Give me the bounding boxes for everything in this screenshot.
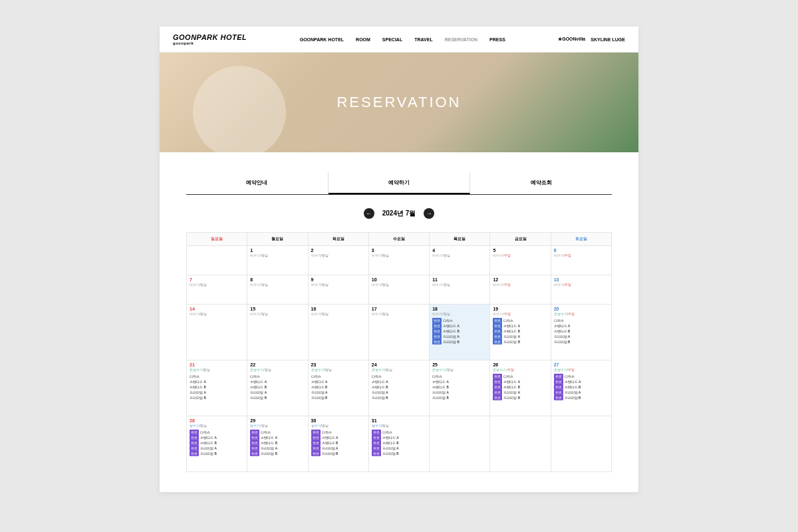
room-item[interactable]: 완료프리미엄 A bbox=[250, 446, 305, 451]
calendar-cell[interactable]: 18비수기/평일완료디럭스완료스탠다드 A완료스탠다드 B완료프리미엄 A완료프… bbox=[430, 305, 490, 360]
tab-0[interactable]: 예약안내 bbox=[186, 172, 329, 194]
room-item[interactable]: 완료스탠다드 B bbox=[190, 440, 244, 446]
room-item[interactable]: 프리미엄 A bbox=[250, 390, 305, 395]
room-item[interactable]: 스탠다드 B bbox=[554, 329, 608, 334]
room-item[interactable]: 완료스탠다드 B bbox=[493, 329, 547, 334]
room-item[interactable]: 완료프리미엄 A bbox=[372, 446, 426, 451]
calendar-cell[interactable]: 10비수기/평일 bbox=[368, 275, 429, 305]
room-item[interactable]: 완료프리미엄 B bbox=[493, 339, 547, 344]
calendar-cell[interactable]: 2비수기/평일 bbox=[308, 246, 368, 275]
room-item[interactable]: 완료프리미엄 B bbox=[554, 395, 608, 400]
room-item[interactable]: 완료프리미엄 A bbox=[493, 334, 547, 339]
calendar-cell[interactable]: 17비수기/평일 bbox=[368, 305, 429, 360]
tab-1[interactable]: 예약하기 bbox=[329, 172, 471, 194]
nav-goonpark-hotel[interactable]: GOONPARK HOTEL bbox=[300, 37, 344, 42]
room-item[interactable]: 완료디럭스 bbox=[372, 430, 426, 435]
nav-room[interactable]: ROOM bbox=[356, 37, 370, 42]
calendar-cell[interactable]: 11비수기/평일 bbox=[430, 275, 490, 305]
room-item[interactable]: 프리미엄 A bbox=[432, 390, 487, 395]
room-item[interactable]: 프리미엄 B bbox=[554, 339, 608, 344]
room-item[interactable]: 완료프리미엄 B bbox=[432, 339, 487, 344]
room-item[interactable]: 디럭스 bbox=[311, 374, 366, 379]
calendar-cell[interactable]: 12비수기/주말 bbox=[490, 275, 551, 305]
room-item[interactable]: 완료프리미엄 B bbox=[250, 451, 305, 456]
room-item[interactable]: 완료스탠다드 B bbox=[311, 440, 366, 446]
calendar-cell[interactable]: 22준성수기/평일디럭스스탠다드 A스탠다드 B프리미엄 A프리미엄 B bbox=[247, 360, 308, 416]
room-item[interactable]: 스탠다드 B bbox=[250, 384, 305, 390]
calendar-cell[interactable]: 9비수기/평일 bbox=[308, 275, 368, 305]
room-item[interactable]: 스탠다드 A bbox=[432, 379, 487, 384]
next-month-button[interactable]: → bbox=[424, 208, 434, 219]
room-item[interactable]: 완료프리미엄 B bbox=[311, 451, 366, 456]
calendar-cell[interactable]: 23준성수기/평일디럭스스탠다드 A스탠다드 B프리미엄 A프리미엄 B bbox=[308, 360, 368, 416]
nav-travel[interactable]: TRAVEL bbox=[414, 37, 432, 42]
room-item[interactable]: 스탠다드 A bbox=[372, 379, 426, 384]
calendar-cell[interactable]: 30성수기/평일완료디럭스완료스탠다드 A완료스탠다드 B완료프리미엄 A완료프… bbox=[308, 416, 368, 472]
nav-special[interactable]: SPECIAL bbox=[382, 37, 402, 42]
room-item[interactable]: 완료스탠다드 B bbox=[372, 440, 426, 446]
calendar-cell[interactable]: 4비수기/평일 bbox=[430, 246, 490, 275]
calendar-cell[interactable]: 7비수기/평일 bbox=[187, 275, 247, 305]
room-item[interactable]: 완료스탠다드 B bbox=[493, 384, 547, 390]
tab-2[interactable]: 예약조회 bbox=[470, 172, 612, 194]
room-item[interactable]: 완료프리미엄 A bbox=[190, 446, 244, 451]
prev-month-button[interactable]: ← bbox=[364, 208, 374, 219]
calendar-cell[interactable]: 24준성수기/평일디럭스스탠다드 A스탠다드 B프리미엄 A프리미엄 B bbox=[368, 360, 429, 416]
room-item[interactable]: 완료스탠다드 B bbox=[554, 384, 608, 390]
calendar-cell[interactable]: 27준성수기/주말완료디럭스완료스탠다드 A완료스탠다드 B완료프리미엄 A완료… bbox=[551, 360, 611, 416]
room-item[interactable]: 완료프리미엄 A bbox=[432, 334, 487, 339]
room-item[interactable]: 스탠다드 B bbox=[311, 384, 366, 390]
calendar-cell[interactable]: 26준성수기/주말완료디럭스완료스탠다드 A완료스탠다드 B완료프리미엄 A완료… bbox=[490, 360, 551, 416]
brand-link[interactable]: SKYLINE LUGE bbox=[591, 37, 625, 42]
room-item[interactable]: 완료디럭스 bbox=[493, 318, 547, 323]
calendar-cell[interactable]: 5비수기/주말 bbox=[490, 246, 551, 275]
room-item[interactable]: 완료프리미엄 A bbox=[311, 446, 366, 451]
room-item[interactable]: 디럭스 bbox=[372, 374, 426, 379]
calendar-cell[interactable]: 13비수기/주말 bbox=[551, 275, 611, 305]
room-item[interactable]: 완료프리미엄 B bbox=[190, 451, 244, 456]
calendar-cell[interactable]: 25준성수기/평일디럭스스탠다드 A스탠다드 B프리미엄 A프리미엄 B bbox=[430, 360, 490, 416]
room-item[interactable]: 스탠다드 A bbox=[311, 379, 366, 384]
room-item[interactable]: 디럭스 bbox=[554, 318, 608, 323]
room-item[interactable]: 완료스탠다드 A bbox=[372, 435, 426, 440]
nav-reservation[interactable]: RESERVATION bbox=[445, 37, 477, 42]
room-item[interactable]: 스탠다드 B bbox=[372, 384, 426, 390]
nav-press[interactable]: PRESS bbox=[489, 37, 505, 42]
room-item[interactable]: 프리미엄 B bbox=[432, 395, 487, 400]
room-item[interactable]: 완료스탠다드 A bbox=[493, 379, 547, 384]
room-item[interactable]: 프리미엄 B bbox=[190, 395, 244, 400]
calendar-cell[interactable]: 14비수기/평일 bbox=[187, 305, 247, 360]
room-item[interactable]: 완료스탠다드 B bbox=[250, 440, 305, 446]
room-item[interactable]: 프리미엄 A bbox=[311, 390, 366, 395]
room-item[interactable]: 스탠다드 A bbox=[250, 379, 305, 384]
room-item[interactable]: 완료디럭스 bbox=[493, 374, 547, 379]
room-item[interactable]: 완료스탠다드 B bbox=[432, 329, 487, 334]
room-item[interactable]: 프리미엄 B bbox=[311, 395, 366, 400]
room-item[interactable]: 완료스탠다드 A bbox=[311, 435, 366, 440]
calendar-cell[interactable]: 6비수기/주말 bbox=[551, 246, 611, 275]
room-item[interactable]: 프리미엄 A bbox=[190, 390, 244, 395]
calendar-cell[interactable]: 29성수기/평일완료디럭스완료스탠다드 A완료스탠다드 B완료프리미엄 A완료프… bbox=[247, 416, 308, 472]
room-item[interactable]: 완료디럭스 bbox=[311, 430, 366, 435]
room-item[interactable]: 완료프리미엄 A bbox=[493, 390, 547, 395]
room-item[interactable]: 완료스탠다드 A bbox=[432, 323, 487, 329]
room-item[interactable]: 완료프리미엄 B bbox=[372, 451, 426, 456]
calendar-cell[interactable]: 3비수기/평일 bbox=[368, 246, 429, 275]
room-item[interactable]: 스탠다드 B bbox=[432, 384, 487, 390]
room-item[interactable]: 스탠다드 A bbox=[190, 379, 244, 384]
room-item[interactable]: 프리미엄 A bbox=[372, 390, 426, 395]
room-item[interactable]: 완료스탠다드 A bbox=[190, 435, 244, 440]
room-item[interactable]: 프리미엄 B bbox=[372, 395, 426, 400]
calendar-cell[interactable]: 1비수기/평일 bbox=[247, 246, 308, 275]
room-item[interactable]: 완료스탠다드 A bbox=[493, 323, 547, 329]
calendar-cell[interactable]: 19비수기/주말완료디럭스완료스탠다드 A완료스탠다드 B완료프리미엄 A완료프… bbox=[490, 305, 551, 360]
room-item[interactable]: 스탠다드 B bbox=[190, 384, 244, 390]
calendar-cell[interactable]: 21준성수기/평일디럭스스탠다드 A스탠다드 B프리미엄 A프리미엄 B bbox=[187, 360, 247, 416]
room-item[interactable]: 완료디럭스 bbox=[190, 430, 244, 435]
room-item[interactable]: 완료디럭스 bbox=[432, 318, 487, 323]
calendar-cell[interactable]: 28성수기/평일완료디럭스완료스탠다드 A완료스탠다드 B완료프리미엄 A완료프… bbox=[187, 416, 247, 472]
room-item[interactable]: 디럭스 bbox=[250, 374, 305, 379]
calendar-cell[interactable]: 20준성수기/주말디럭스스탠다드 A스탠다드 B프리미엄 A프리미엄 B bbox=[551, 305, 611, 360]
room-item[interactable]: 프리미엄 B bbox=[250, 395, 305, 400]
room-item[interactable]: 완료스탠다드 A bbox=[250, 435, 305, 440]
